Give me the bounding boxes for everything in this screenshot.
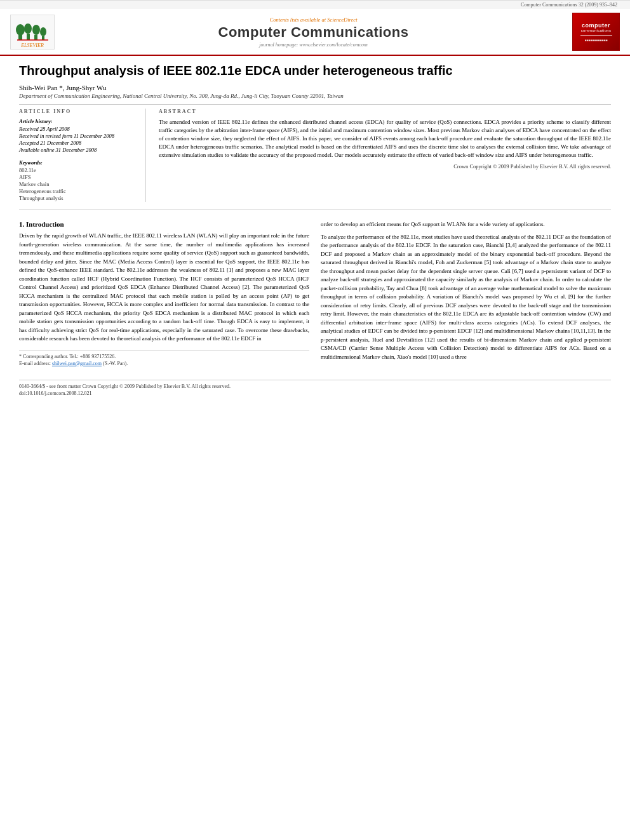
footnote-1: * Corresponding author. Tel.: +886 93717… <box>19 353 309 360</box>
received-date: Received 28 April 2008 <box>19 126 138 132</box>
keyword-1: 802.11e <box>19 167 138 173</box>
svg-point-1 <box>16 24 25 36</box>
article-affiliation: Department of Communication Engineering,… <box>19 93 611 99</box>
keyword-3: Markov chain <box>19 181 138 187</box>
journal-homepage: journal homepage: www.elsevier.com/locat… <box>55 42 572 48</box>
revised-date: Received in revised form 11 December 200… <box>19 133 138 139</box>
citation-bar: Computer Communications 32 (2009) 935–94… <box>0 0 630 9</box>
sciencedirect-name[interactable]: ScienceDirect <box>327 17 357 23</box>
abstract-title: ABSTRACT <box>159 109 611 114</box>
right-col: order to develop an efficient means for … <box>321 220 611 367</box>
right-paragraph-1: order to develop an efficient means for … <box>321 220 611 229</box>
elsevier-logo-box: ELSEVIER <box>10 15 55 50</box>
logo-title-line2: communications <box>581 29 612 32</box>
svg-rect-6 <box>42 36 44 40</box>
article-body: Throughput analysis of IEEE 802.11e EDCA… <box>0 56 630 410</box>
journal-header: ELSEVIER Contents lists available at Sci… <box>0 9 630 56</box>
sciencedirect-link: Contents lists available at ScienceDirec… <box>55 17 572 23</box>
copyright: Crown Copyright © 2009 Published by Else… <box>159 163 611 170</box>
page: Computer Communications 32 (2009) 935–94… <box>0 0 630 840</box>
elsevier-logo: ELSEVIER <box>10 15 55 50</box>
elsevier-text: ELSEVIER <box>21 43 44 48</box>
abstract-text: The amended version of IEEE 802.11e defi… <box>159 118 611 159</box>
computer-communications-logo: computer communications ■■■■■■■■■■■■ <box>572 13 620 51</box>
article-history-label: Article history: <box>19 118 138 124</box>
article-meta-row: ARTICLE INFO Article history: Received 2… <box>19 109 611 202</box>
keyword-5: Throughput analysis <box>19 195 138 201</box>
bottom-copyright: 0140-3664/$ - see front matter Crown Cop… <box>19 383 611 390</box>
accepted-date: Accepted 21 December 2008 <box>19 140 138 146</box>
footnote-2: E-mail address: shilwei.pan@gmail.com (S… <box>19 360 309 367</box>
footnote-area: * Corresponding author. Tel.: +886 93717… <box>19 350 309 367</box>
main-content: 1. Introduction Driven by the rapid grow… <box>19 220 611 367</box>
abstract-col: ABSTRACT The amended version of IEEE 802… <box>159 109 611 202</box>
logo-title-line1: computer <box>582 22 610 29</box>
available-date: Available online 31 December 2008 <box>19 147 138 153</box>
sciencedirect-label: Contents lists available at <box>269 17 326 23</box>
article-info-col: ARTICLE INFO Article history: Received 2… <box>19 109 146 202</box>
svg-rect-2 <box>27 34 30 40</box>
doi: doi:10.1016/j.comcom.2008.12.021 <box>19 390 611 397</box>
svg-point-7 <box>40 27 46 36</box>
left-col: 1. Introduction Driven by the rapid grow… <box>19 220 309 367</box>
keyword-2: AIFS <box>19 174 138 180</box>
article-info-title: ARTICLE INFO <box>19 109 138 114</box>
intro-paragraph-1: Driven by the rapid growth of WLAN traff… <box>19 232 309 343</box>
divider <box>19 104 611 105</box>
article-authors: Shih-Wei Pan *, Jung-Shyr Wu <box>19 84 611 91</box>
header-center: Contents lists available at ScienceDirec… <box>55 17 572 48</box>
keyword-4: Heterogeneous traffic <box>19 188 138 194</box>
svg-point-3 <box>24 23 32 34</box>
email-link[interactable]: shilwei.pan@gmail.com <box>52 361 102 366</box>
keywords-label: Keywords: <box>19 159 138 166</box>
right-paragraph-2: To analyze the performance of the 802.11… <box>321 233 611 362</box>
journal-title: Computer Communications <box>55 24 572 41</box>
article-title: Throughput analysis of IEEE 802.11e EDCA… <box>19 62 611 79</box>
keywords-section: Keywords: 802.11e AIFS Markov chain Hete… <box>19 159 138 201</box>
elsevier-tree-icon <box>15 16 50 41</box>
svg-rect-0 <box>18 35 22 40</box>
bottom-bar: 0140-3664/$ - see front matter Crown Cop… <box>19 380 611 397</box>
section1-title: 1. Introduction <box>19 220 309 228</box>
citation-text: Computer Communications 32 (2009) 935–94… <box>521 2 617 8</box>
svg-point-5 <box>32 25 40 35</box>
svg-rect-4 <box>34 35 37 40</box>
divider-2 <box>19 210 611 210</box>
